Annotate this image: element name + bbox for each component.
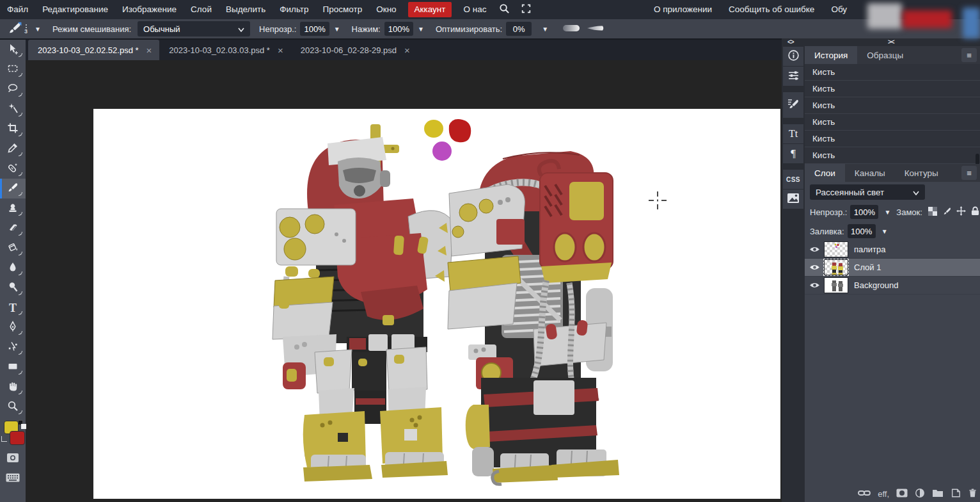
layer-fill-dropdown-arrow[interactable]: ▼ (881, 228, 888, 235)
canvas[interactable] (93, 109, 780, 499)
type-tool[interactable]: T (0, 298, 26, 318)
lock-pixels-icon[interactable] (942, 207, 951, 218)
adjustments-panel-button[interactable] (783, 67, 803, 86)
glyphs-panel-button[interactable]: Tt (783, 124, 803, 143)
brush-preset-picker[interactable]: 3 ▼ (8, 21, 43, 37)
lock-all-icon[interactable] (971, 206, 979, 218)
menu-select[interactable]: Выделить (219, 0, 273, 19)
layer-visibility-toggle[interactable] (805, 244, 824, 255)
paint-bucket-tool[interactable] (0, 238, 26, 258)
pen-tool[interactable] (0, 318, 26, 337)
menu-about-app[interactable]: О приложении (654, 0, 712, 19)
menu-window[interactable]: Окно (369, 0, 403, 19)
dodge-tool[interactable] (0, 278, 26, 298)
magic-wand-tool[interactable] (0, 99, 26, 119)
menu-file[interactable]: Файл (0, 0, 35, 19)
clone-stamp-tool[interactable] (0, 198, 26, 218)
layer-row-background[interactable]: Background (805, 277, 980, 295)
default-colors-white[interactable] (21, 424, 26, 429)
rectangle-tool[interactable] (0, 357, 26, 377)
add-mask-button[interactable] (896, 489, 908, 499)
menu-report-bug[interactable]: Сообщить об ошибке (729, 0, 814, 19)
menu-about[interactable]: О нас (456, 0, 493, 19)
tab-paths[interactable]: Контуры (895, 164, 948, 182)
layer-visibility-toggle[interactable] (805, 280, 824, 291)
flow-input[interactable]: 100% (384, 22, 413, 36)
lock-transparency-icon[interactable] (928, 207, 937, 218)
doc-tab-1[interactable]: 2023-10-03_02.02.52.psd * × (28, 40, 159, 60)
tab-history[interactable]: История (805, 46, 857, 64)
eyedropper-tool[interactable] (0, 139, 26, 159)
paragraph-panel-button[interactable]: ¶ (783, 144, 803, 163)
layer-thumbnail[interactable] (824, 241, 848, 257)
layer-opacity-dropdown-arrow[interactable]: ▼ (884, 209, 890, 216)
fullscreen-button[interactable] (516, 4, 537, 15)
add-adjustment-button[interactable] (915, 488, 925, 500)
close-icon[interactable]: × (146, 45, 152, 55)
keyboard-shortcuts-button[interactable] (0, 469, 26, 489)
tab-channels[interactable]: Каналы (845, 164, 895, 182)
history-entry[interactable]: Кисть (805, 64, 980, 81)
link-layers-button[interactable] (858, 489, 871, 499)
size-dynamics-icon[interactable] (587, 24, 605, 35)
new-group-button[interactable] (932, 489, 944, 499)
crop-tool[interactable] (0, 119, 26, 139)
image-panel-button[interactable] (783, 190, 803, 209)
background-color-swatch[interactable] (10, 431, 25, 445)
menu-filter[interactable]: Фильтр (273, 0, 315, 19)
menu-layer[interactable]: Слой (184, 0, 219, 19)
path-select-tool[interactable] (0, 337, 26, 357)
opacity-dropdown-arrow[interactable]: ▼ (334, 26, 340, 33)
collapse-right-handle[interactable]: >< (888, 38, 894, 46)
close-icon[interactable]: × (278, 45, 283, 55)
menu-view[interactable]: Просмотр (316, 0, 370, 19)
brush-tool[interactable] (0, 179, 26, 198)
layer-opacity-input[interactable]: 100% (850, 205, 878, 219)
layer-thumbnail[interactable] (824, 277, 848, 293)
quick-mask-toggle[interactable] (0, 449, 26, 469)
close-icon[interactable]: × (404, 45, 410, 55)
layer-row-layer1[interactable]: Слой 1 (805, 259, 980, 277)
brush-dropdown-arrow[interactable]: ▼ (35, 26, 41, 33)
doc-tab-2[interactable]: 2023-10-03_02.03.03.psd * × (159, 40, 290, 60)
layers-menu-button[interactable]: ≡ (961, 166, 977, 180)
layer-row-palette[interactable]: палитра (805, 241, 980, 259)
history-entry[interactable]: Кисть (805, 131, 980, 147)
layer-blend-mode-select[interactable]: Рассеянный свет (810, 184, 925, 200)
menu-edit[interactable]: Редактирование (35, 0, 115, 19)
layer-thumbnail[interactable] (824, 259, 848, 275)
history-menu-button[interactable]: ≡ (961, 48, 977, 62)
history-entry[interactable]: Кисть (805, 81, 980, 97)
blend-mode-select[interactable]: Обычный (138, 21, 250, 36)
move-tool[interactable] (0, 40, 26, 60)
layer-fill-input[interactable]: 100% (848, 224, 876, 238)
account-button[interactable]: Аккаунт (408, 2, 452, 17)
heal-tool[interactable] (0, 159, 26, 179)
tab-swatches[interactable]: Образцы (857, 46, 913, 64)
hand-tool[interactable] (0, 377, 26, 397)
zoom-tool[interactable] (0, 397, 26, 417)
history-entry[interactable]: Кисть (805, 97, 980, 114)
collapse-left-handle[interactable]: <> (787, 38, 794, 46)
smoothing-input[interactable]: 0% (506, 22, 532, 36)
opacity-dynamics-icon[interactable] (562, 24, 580, 35)
doc-tab-3[interactable]: 2023-10-06_02-28-29.psd × (291, 40, 418, 60)
menu-image[interactable]: Изображение (115, 0, 184, 19)
eraser-tool[interactable] (0, 218, 26, 238)
layer-visibility-toggle[interactable] (805, 262, 824, 273)
lasso-tool[interactable] (0, 79, 26, 99)
brush-settings-panel-button[interactable] (783, 92, 803, 118)
menu-learn[interactable]: Обу (831, 0, 847, 19)
smoothing-dropdown-arrow[interactable]: ▼ (542, 26, 548, 33)
marquee-tool[interactable] (0, 60, 26, 79)
search-button[interactable] (493, 3, 516, 16)
css-panel-button[interactable]: CSS (783, 170, 803, 189)
blur-tool[interactable] (0, 258, 26, 278)
info-panel-button[interactable] (783, 47, 803, 66)
tab-layers[interactable]: Слои (805, 164, 845, 182)
opacity-input[interactable]: 100% (300, 22, 329, 36)
lock-position-icon[interactable] (956, 206, 966, 218)
new-layer-button[interactable] (951, 488, 961, 500)
history-entry[interactable]: Кисть (805, 147, 980, 164)
swap-colors-icon[interactable] (1, 436, 7, 442)
